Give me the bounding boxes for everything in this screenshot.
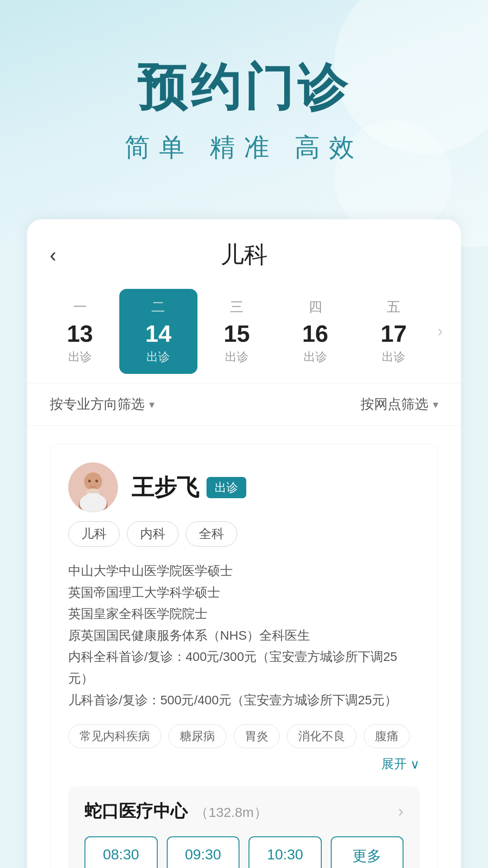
doctor-1-header: 王步飞 出诊: [50, 444, 438, 521]
date-num-wed: 15: [224, 320, 250, 347]
expand-chevron: ∨: [410, 757, 420, 772]
date-next-arrow[interactable]: ›: [433, 317, 447, 345]
location-filter-arrow: ▾: [433, 398, 438, 411]
clinic-card-1: 蛇口医疗中心 （132.8m） › 08:30 09:30 10:30 更多: [68, 786, 420, 868]
expand-label: 展开: [381, 755, 407, 773]
date-selector: 一 13 出诊 二 14 出诊 三 15 出诊 四 16 出诊 五 17: [27, 284, 461, 383]
date-item-thu[interactable]: 四 16 出诊: [276, 289, 355, 374]
tag-pediatrics-1: 儿科: [68, 521, 120, 547]
date-item-mon[interactable]: 一 13 出诊: [41, 289, 119, 374]
date-item-fri[interactable]: 五 17 出诊: [354, 289, 433, 374]
location-filter-label: 按网点筛选: [361, 395, 428, 414]
back-button[interactable]: ‹: [50, 244, 56, 266]
hero-subtitle: 简单 精准 高效: [27, 131, 461, 165]
specialty-diabetes: 糖尿病: [169, 724, 226, 748]
clinic-1-header[interactable]: 蛇口医疗中心 （132.8m） ›: [84, 800, 404, 823]
weekday-thu: 四: [309, 298, 322, 316]
expand-button[interactable]: 展开 ∨: [381, 755, 420, 773]
tag-general: 全科: [186, 521, 237, 547]
svg-rect-5: [87, 493, 99, 505]
date-num-thu: 16: [302, 320, 328, 347]
date-status-thu: 出诊: [304, 349, 327, 365]
date-num-fri: 17: [380, 320, 407, 347]
weekday-mon: 一: [73, 298, 87, 316]
specialty-gastritis: 胃炎: [234, 724, 280, 748]
time-slot-more[interactable]: 更多: [331, 836, 404, 868]
specialty-indigestion: 消化不良: [287, 724, 357, 748]
page-title: 儿科: [221, 239, 267, 271]
doctor-1-name: 王步飞: [131, 472, 199, 503]
doctor-1-avatar-svg: [68, 462, 118, 512]
date-num-mon: 13: [67, 320, 93, 347]
specialty-filter[interactable]: 按专业方向筛选 ▾: [50, 395, 155, 414]
date-status-tue: 出诊: [146, 349, 170, 365]
date-status-mon: 出诊: [68, 349, 92, 365]
specialty-abdominal-pain: 腹痛: [364, 724, 410, 748]
date-status-fri: 出诊: [382, 349, 405, 365]
clinic-1-name-group: 蛇口医疗中心 （132.8m）: [84, 800, 267, 823]
specialty-common-internal: 常见内科疾病: [68, 724, 161, 748]
clinic-1-arrow[interactable]: ›: [398, 802, 404, 821]
time-slot-1030[interactable]: 10:30: [249, 836, 322, 868]
doctor-1-name-row: 王步飞 出诊: [131, 472, 246, 503]
date-status-wed: 出诊: [225, 349, 249, 365]
date-items: 一 13 出诊 二 14 出诊 三 15 出诊 四 16 出诊 五 17: [41, 289, 433, 374]
doctor-1-avatar: [68, 462, 118, 512]
main-card: ‹ 儿科 一 13 出诊 二 14 出诊 三 15 出诊 四 16: [27, 219, 461, 868]
svg-point-7: [95, 480, 98, 482]
card-header: ‹ 儿科: [27, 219, 461, 284]
time-slot-0830[interactable]: 08:30: [84, 836, 158, 868]
clinic-1-distance: （132.8m）: [195, 805, 267, 820]
filter-row: 按专业方向筛选 ▾ 按网点筛选 ▾: [27, 383, 461, 426]
hero-section: 预约门诊 简单 精准 高效: [0, 0, 488, 246]
doctor-1-tags: 儿科 内科 全科: [50, 521, 438, 556]
doctor-1-specialty-tags: 常见内科疾病 糖尿病 胃炎 消化不良 腹痛 展开 ∨: [50, 720, 438, 782]
hero-title: 预约门诊: [27, 54, 461, 122]
specialty-filter-label: 按专业方向筛选: [50, 395, 145, 414]
date-item-tue[interactable]: 二 14 出诊: [119, 289, 198, 374]
specialty-filter-arrow: ▾: [149, 398, 155, 411]
doctor-1-info: 王步飞 出诊: [131, 472, 246, 503]
time-slot-0930[interactable]: 09:30: [167, 836, 240, 868]
svg-point-6: [88, 480, 91, 482]
time-slots: 08:30 09:30 10:30 更多: [84, 836, 404, 868]
tag-internal: 内科: [127, 521, 178, 547]
location-filter[interactable]: 按网点筛选 ▾: [361, 395, 438, 414]
weekday-wed: 三: [230, 298, 244, 316]
doctor-1-desc: 中山大学中山医学院医学硕士 英国帝国理工大学科学硕士 英国皇家全科医学院院士 原…: [50, 556, 438, 720]
weekday-fri: 五: [387, 298, 400, 316]
doctor-card-1: 王步飞 出诊 儿科 内科 全科 中山大学中山医学院医学硕士 英国帝国理工大学科学…: [50, 444, 438, 868]
clinic-1-name: 蛇口医疗中心: [84, 802, 188, 821]
weekday-tue: 二: [151, 298, 165, 316]
date-num-tue: 14: [145, 320, 171, 347]
doctor-1-status-badge: 出诊: [206, 477, 246, 498]
date-item-wed[interactable]: 三 15 出诊: [197, 289, 276, 374]
